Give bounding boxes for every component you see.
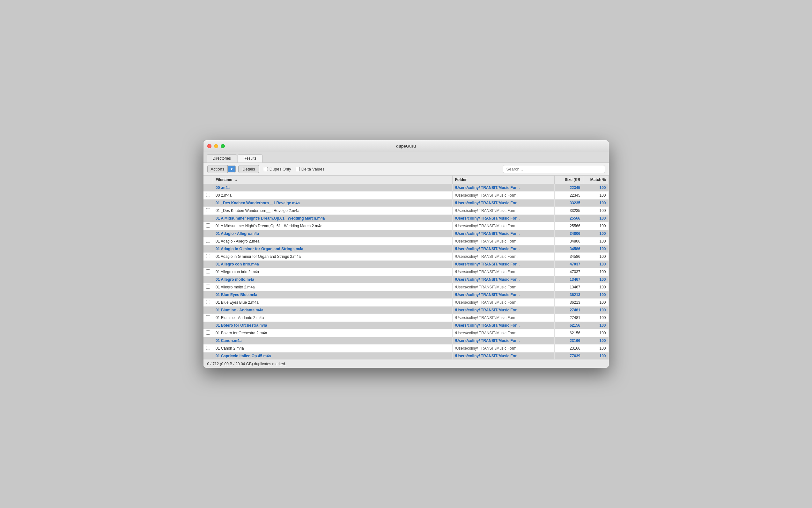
row-folder: /Users/coliny/ TRANSIT/Music For...: [452, 184, 554, 192]
row-match: 100: [583, 261, 609, 268]
actions-button[interactable]: Actions ▼: [207, 165, 236, 173]
row-checkbox[interactable]: [206, 300, 210, 304]
row-size: 62156: [554, 322, 583, 329]
table-row[interactable]: 01 A Midsummer Night's Dream,Op.61_ Wedd…: [203, 222, 609, 230]
row-match: 100: [583, 314, 609, 322]
table-row[interactable]: 01 Allegro molto.m4a/Users/coliny/ TRANS…: [203, 276, 609, 283]
row-size: 62156: [554, 329, 583, 337]
table-row[interactable]: 01 Allegro molto 2.m4a/Users/coliny/ TRA…: [203, 283, 609, 291]
row-filename: 01 _Des Knaben Wunderhorn__ I.Revelge.m4…: [213, 200, 453, 207]
row-checkbox-cell: [203, 238, 213, 245]
table-row[interactable]: 01 Bolero for Orchestra.m4a/Users/coliny…: [203, 322, 609, 329]
row-checkbox-cell: [203, 222, 213, 230]
row-folder: /Users/coliny/ TRANSIT/Music Form...: [452, 253, 554, 261]
table-row[interactable]: 01 Blue Eyes Blue 2.m4a/Users/coliny/ TR…: [203, 299, 609, 307]
row-match: 100: [583, 291, 609, 299]
row-match: 100: [583, 192, 609, 200]
dupes-only-label: Dupes Only: [270, 167, 291, 171]
table-row[interactable]: 01 Adagio in G minor for Organ and Strin…: [203, 253, 609, 261]
row-size: 34586: [554, 253, 583, 261]
delta-values-checkbox[interactable]: [296, 167, 300, 171]
results-table: Filename ▲ Folder Size (KB Match % 00 .m…: [203, 176, 609, 360]
row-checkbox[interactable]: [206, 346, 210, 350]
row-filename: 01 Blue Eyes Blue.m4a: [213, 291, 453, 299]
dupes-only-group: Dupes Only: [264, 167, 291, 171]
details-button[interactable]: Details: [238, 165, 259, 173]
row-folder: /Users/coliny/ TRANSIT/Music Form...: [452, 192, 554, 200]
col-size-label: Size (KB: [565, 177, 580, 182]
maximize-button[interactable]: [221, 144, 225, 148]
col-header-folder[interactable]: Folder: [452, 176, 554, 184]
table-row[interactable]: 00 .m4a/Users/coliny/ TRANSIT/Music For.…: [203, 184, 609, 192]
table-row[interactable]: 01 _Des Knaben Wunderhorn__ I.Revelge.m4…: [203, 200, 609, 207]
row-folder: /Users/coliny/ TRANSIT/Music For...: [452, 307, 554, 314]
minimize-button[interactable]: [214, 144, 218, 148]
dupes-only-checkbox[interactable]: [264, 167, 268, 171]
tab-results[interactable]: Results: [238, 154, 263, 163]
row-checkbox[interactable]: [206, 223, 210, 227]
row-filename: 01 Blumine - Andante.m4a: [213, 307, 453, 314]
row-size: 33235: [554, 207, 583, 215]
row-folder: /Users/coliny/ TRANSIT/Music For...: [452, 200, 554, 207]
row-checkbox-cell: [203, 192, 213, 200]
row-folder: /Users/coliny/ TRANSIT/Music For...: [452, 291, 554, 299]
row-match: 100: [583, 276, 609, 283]
table-row[interactable]: 01 Blumine - Andante.m4a/Users/coliny/ T…: [203, 307, 609, 314]
row-size: 27481: [554, 307, 583, 314]
search-input[interactable]: [503, 165, 605, 173]
row-checkbox[interactable]: [206, 331, 210, 335]
col-header-size[interactable]: Size (KB: [554, 176, 583, 184]
table-row[interactable]: 01 Capriccio Italien,Op.45.m4a/Users/col…: [203, 352, 609, 360]
row-checkbox[interactable]: [206, 269, 210, 273]
table-row[interactable]: 00 2.m4a/Users/coliny/ TRANSIT/Music For…: [203, 192, 609, 200]
close-button[interactable]: [207, 144, 211, 148]
tab-directories[interactable]: Directories: [207, 154, 237, 163]
table-row[interactable]: 01 Blue Eyes Blue.m4a/Users/coliny/ TRAN…: [203, 291, 609, 299]
table-row[interactable]: 01 Adagio - Allegro 2.m4a/Users/coliny/ …: [203, 238, 609, 245]
table-row[interactable]: 01 Bolero for Orchestra 2.m4a/Users/coli…: [203, 329, 609, 337]
row-checkbox-cell: [203, 352, 213, 360]
table-header-row: Filename ▲ Folder Size (KB Match %: [203, 176, 609, 184]
status-text: 0 / 712 (0.00 B / 20.04 GB) duplicates m…: [207, 362, 286, 366]
row-filename: 01 A Midsummer Night's Dream,Op.61_ Wedd…: [213, 222, 453, 230]
table-row[interactable]: 01 Canon 2.m4a/Users/coliny/ TRANSIT/Mus…: [203, 344, 609, 352]
col-header-filename[interactable]: Filename ▲: [213, 176, 453, 184]
actions-label: Actions: [208, 165, 228, 173]
table-row[interactable]: 01 _Des Knaben Wunderhorn__ I.Revelge 2.…: [203, 207, 609, 215]
delta-values-group: Delta Values: [296, 167, 325, 171]
row-checkbox[interactable]: [206, 315, 210, 319]
table-row[interactable]: 01 Allegro con brio 2.m4a/Users/coliny/ …: [203, 268, 609, 276]
row-checkbox[interactable]: [206, 254, 210, 258]
row-match: 100: [583, 245, 609, 253]
table-row[interactable]: 01 Blumine - Andante 2.m4a/Users/coliny/…: [203, 314, 609, 322]
table-row[interactable]: 01 Allegro con brio.m4a/Users/coliny/ TR…: [203, 261, 609, 268]
row-checkbox[interactable]: [206, 285, 210, 289]
row-size: 34806: [554, 238, 583, 245]
row-match: 100: [583, 352, 609, 360]
row-checkbox-cell: [203, 261, 213, 268]
row-checkbox-cell: [203, 245, 213, 253]
row-folder: /Users/coliny/ TRANSIT/Music For...: [452, 337, 554, 344]
traffic-lights: [207, 144, 225, 148]
table-row[interactable]: 01 A Midsummer Night's Dream,Op.61_ Wedd…: [203, 215, 609, 222]
row-checkbox-cell: [203, 207, 213, 215]
row-checkbox[interactable]: [206, 208, 210, 212]
row-checkbox[interactable]: [206, 193, 210, 197]
row-checkbox-cell: [203, 215, 213, 222]
row-checkbox-cell: [203, 276, 213, 283]
row-match: 100: [583, 222, 609, 230]
row-filename: 01 Adagio - Allegro.m4a: [213, 230, 453, 238]
row-filename: 00 2.m4a: [213, 192, 453, 200]
col-header-match[interactable]: Match %: [583, 176, 609, 184]
row-match: 100: [583, 238, 609, 245]
table-row[interactable]: 01 Adagio - Allegro.m4a/Users/coliny/ TR…: [203, 230, 609, 238]
tabs-bar: Directories Results: [203, 152, 609, 163]
row-filename: 01 Capriccio Italien,Op.45.m4a: [213, 352, 453, 360]
row-checkbox[interactable]: [206, 239, 210, 243]
row-size: 25566: [554, 222, 583, 230]
table-row[interactable]: 01 Canon.m4a/Users/coliny/ TRANSIT/Music…: [203, 337, 609, 344]
table-row[interactable]: 01 Adagio in G minor for Organ and Strin…: [203, 245, 609, 253]
actions-dropdown-arrow[interactable]: ▼: [228, 166, 235, 172]
row-size: 22345: [554, 184, 583, 192]
row-folder: /Users/coliny/ TRANSIT/Music Form...: [452, 283, 554, 291]
